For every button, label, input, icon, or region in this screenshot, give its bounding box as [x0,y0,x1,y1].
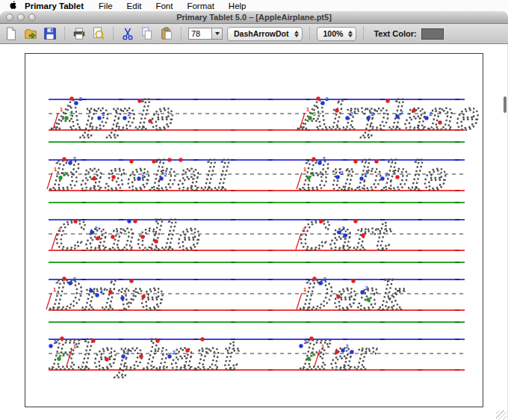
font-size-value[interactable]: 78 [188,28,212,40]
zoom-button[interactable] [28,13,36,21]
toolbar-separator [64,27,65,40]
stroke-start-dot [345,116,349,120]
vertical-scrollbar-thumb[interactable] [504,96,507,113]
stroke-number: 3 [64,170,66,177]
stroke-number: 2 [54,339,57,345]
stroke-start-dot [159,176,163,180]
close-button[interactable] [6,13,13,21]
stroke-start-dot [179,158,182,161]
zoom-value: 100% [323,29,344,38]
resize-grip[interactable] [496,410,507,420]
stroke-number: 1 [60,106,63,113]
updown-arrows-icon [294,28,299,40]
letter-style-value: DashArrowDot [234,29,289,38]
stroke-start-dot [127,219,131,223]
menu-item-help[interactable]: Help [229,1,247,10]
stroke-start-dot [353,159,357,163]
updown-arrows-icon [348,28,353,40]
stroke-number: 2 [173,349,176,356]
stroke-number: 1 [303,286,306,293]
stroke-number: 2 [350,111,353,117]
app-window: Primary Tablet 5.0 – [AppleAirplane.pt5] [0,11,508,420]
menu-item-edit[interactable]: Edit [127,1,142,10]
stroke-start-dot [336,294,340,298]
stroke-number: 2 [430,111,433,117]
copy-button[interactable] [140,26,155,41]
stroke-start-dot [89,288,93,292]
stroke-start-dot [95,293,99,297]
stroke-number: 3 [312,351,315,358]
menu-item-format[interactable]: Format [187,1,214,10]
stroke-number: 2 [342,225,345,232]
open-file-button[interactable] [23,26,38,41]
stroke-number: 3 [69,111,72,117]
toolbar-separator [113,27,114,40]
stroke-start-dot [167,354,171,358]
stroke-number: 2 [126,349,129,356]
stroke-number: 2 [100,288,103,294]
font-size-combo[interactable]: 78 [188,28,223,40]
stroke-number: 2 [326,96,329,102]
stroke-number: 2 [304,339,307,345]
stroke-start-dot [360,290,364,294]
cut-button[interactable] [120,26,135,41]
stroke-number: 1 [303,166,306,173]
worksheet-page[interactable]: Apple21322Airplane2132222Baseball21322Bu… [25,53,483,407]
stroke-start-dot [200,337,204,341]
stroke-number: 2 [95,225,98,232]
stroke-number: 2 [73,276,76,282]
stroke-number: 1 [73,343,76,350]
font-size-dropdown-button[interactable] [212,28,223,40]
stroke-start-dot [64,116,68,120]
stroke-start-dot [69,96,73,100]
title-bar[interactable]: Primary Tablet 5.0 – [AppleAirplane.pt5] [0,11,508,24]
minimize-button[interactable] [17,13,25,21]
apple-menu-icon[interactable] [9,1,17,10]
stroke-start-dot [120,296,124,300]
stroke-number: 2 [400,109,403,116]
stroke-number: 2 [365,171,368,178]
stroke-number: 3 [312,170,315,177]
paste-button[interactable] [159,26,174,41]
stroke-start-dot [111,175,115,179]
stroke-number: 2 [102,111,105,117]
toolbar-separator [363,27,364,40]
stroke-start-dot [318,281,322,285]
letter-style-dropdown[interactable]: DashArrowDot [227,27,303,41]
menu-app-name[interactable]: Primary Tablet [25,1,84,10]
stroke-start-dot [438,120,442,124]
stroke-start-dot [154,239,158,243]
window-controls [6,13,36,21]
stroke-start-dot [318,161,321,164]
stroke-number: 1 [54,166,57,173]
screen: Primary Tablet FileEditFontFormatHelp Pr… [0,0,508,420]
text-color-label: Text Color: [374,29,416,38]
toolbar-separator [181,27,182,40]
stroke-start-dot [155,339,159,342]
stroke-number: 2 [73,155,76,162]
print-button[interactable] [72,26,87,41]
stroke-start-dot [91,339,95,342]
text-color-swatch[interactable] [421,28,444,40]
stroke-start-dot [350,350,353,353]
zoom-dropdown[interactable]: 100% [317,27,357,41]
stroke-start-dot [337,230,341,234]
toolbar-separator [309,27,310,40]
print-preview-button[interactable] [91,26,106,41]
stroke-start-dot [139,354,143,358]
stroke-start-dot [306,176,310,179]
stroke-number: 1 [58,226,61,233]
menu-item-font[interactable]: Font [155,1,173,10]
stroke-start-dot [335,108,338,112]
save-file-button[interactable] [43,26,58,41]
stroke-start-dot [385,99,389,102]
stroke-start-dot [412,108,415,112]
stroke-start-dot [353,219,357,223]
new-document-button[interactable] [4,26,19,41]
stroke-start-dot [395,114,399,118]
stroke-start-dot [185,348,189,352]
stroke-start-dot [308,116,312,120]
stroke-start-dot [306,356,310,360]
stroke-start-dot [366,297,370,301]
menu-item-file[interactable]: File [99,1,113,10]
